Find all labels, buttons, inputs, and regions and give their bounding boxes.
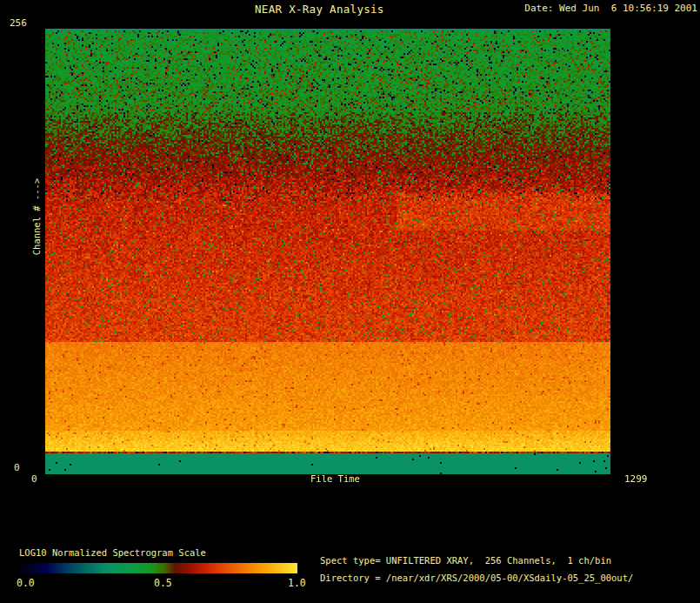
datetime-label: Date: Wed Jun 6 10:56:19 2001 xyxy=(524,3,697,14)
y-axis-title: Channel # ---> xyxy=(32,178,43,256)
directory-info: Directory = /near/xdr/XRS/2000/05-00/XSd… xyxy=(320,573,633,584)
colorbar-tick-high: 1.0 xyxy=(288,578,306,589)
x-axis-min-label: 0 xyxy=(31,474,37,485)
near-xray-analysis-window: NEAR X-Ray Analysis Date: Wed Jun 6 10:5… xyxy=(0,0,700,603)
y-axis-max-label: 256 xyxy=(10,18,27,29)
spectrogram-heatmap xyxy=(45,29,610,474)
y-axis-min-label: 0 xyxy=(14,463,20,473)
colorbar-tick-low: 0.0 xyxy=(17,578,35,589)
x-axis-max-label: 1299 xyxy=(624,474,648,485)
colorbar-title: LOG10 Normalized Spectrogram Scale xyxy=(19,548,206,559)
spect-type-info: Spect type= UNFILTERED XRAY, 256 Channel… xyxy=(320,556,611,566)
colorbar-tick-mid: 0.5 xyxy=(154,578,172,589)
x-axis-title: File Time xyxy=(310,474,360,485)
page-title: NEAR X-Ray Analysis xyxy=(255,3,384,16)
colorbar xyxy=(19,563,297,573)
